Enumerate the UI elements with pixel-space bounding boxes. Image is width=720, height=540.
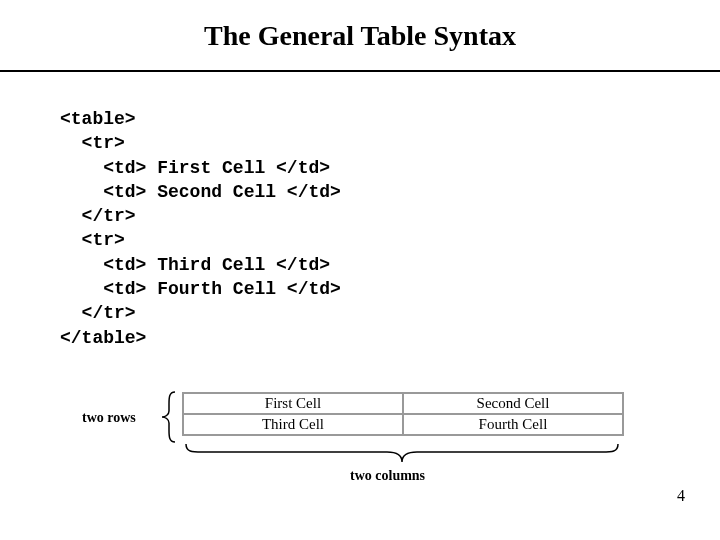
code-line: <tr> (60, 230, 125, 250)
code-line: <td> Second Cell </td> (60, 182, 341, 202)
code-line: </tr> (60, 206, 136, 226)
table-row: Third Cell Fourth Cell (183, 414, 623, 435)
code-line: </tr> (60, 303, 136, 323)
code-line: <td> First Cell </td> (60, 158, 330, 178)
table-cell: Second Cell (403, 393, 623, 414)
title-divider (0, 70, 720, 72)
code-line: </table> (60, 328, 146, 348)
example-table: First Cell Second Cell Third Cell Fourth… (182, 392, 624, 436)
brace-left-icon (155, 390, 179, 444)
table-row: First Cell Second Cell (183, 393, 623, 414)
code-line: <td> Third Cell </td> (60, 255, 330, 275)
rows-label: two rows (82, 410, 136, 426)
code-line: <td> Fourth Cell </td> (60, 279, 341, 299)
code-line: <table> (60, 109, 136, 129)
diagram-area: two rows First Cell Second Cell Third Ce… (0, 380, 720, 520)
code-block: <table> <tr> <td> First Cell </td> <td> … (60, 107, 720, 350)
page-number: 4 (677, 487, 685, 505)
brace-bottom-icon (182, 442, 622, 468)
table-cell: First Cell (183, 393, 403, 414)
page-title: The General Table Syntax (0, 0, 720, 70)
code-line: <tr> (60, 133, 125, 153)
table-cell: Third Cell (183, 414, 403, 435)
cols-label: two columns (350, 468, 425, 484)
table-cell: Fourth Cell (403, 414, 623, 435)
